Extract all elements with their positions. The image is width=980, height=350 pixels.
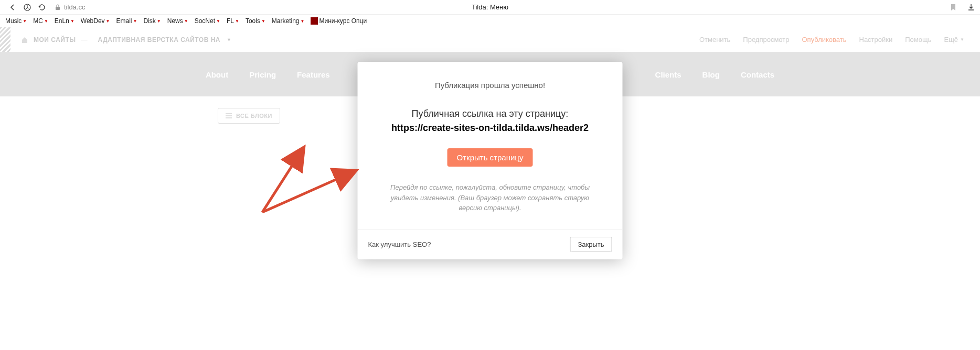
svg-line-3 [262,170,357,212]
downloads-icon[interactable] [967,4,975,11]
nav-link-pricing[interactable]: Pricing [249,70,276,79]
modal-footer: Как улучшить SEO? Закрыть [358,229,623,259]
back-button[interactable] [5,0,20,15]
all-blocks-button[interactable]: ВСЕ БЛОКИ [218,108,280,124]
breadcrumb-separator: — [81,36,88,43]
nav-link-features[interactable]: Features [297,70,330,79]
yandex-home-button[interactable] [20,0,35,15]
bookmark-icon[interactable] [950,4,957,11]
refresh-hint: Перейдя по ссылке, пожалуйста, обновите … [370,182,610,213]
breadcrumb-my-sites[interactable]: МОИ САЙТЫ [34,36,76,43]
close-button[interactable]: Закрыть [570,237,612,252]
bookmark-folder[interactable]: Marketing ▼ [272,17,305,25]
cancel-button[interactable]: Отменить [699,36,730,43]
bookmarks-bar: Music ▼ MC ▼ EnLn ▼ WebDev ▼ Email ▼ Dis… [0,15,980,27]
page-title: Tilda: Меню [472,3,508,11]
bookmark-folder[interactable]: Disk ▼ [143,17,161,25]
settings-button[interactable]: Настройки [859,36,893,43]
tilda-header-bar: МОИ САЙТЫ — АДАПТИВНАЯ ВЕРСТКА САЙТОВ НА… [0,27,980,52]
reload-button[interactable] [35,0,49,15]
bookmark-link[interactable]: Мини-курс Опци [311,17,367,25]
svg-line-2 [262,147,304,212]
preview-button[interactable]: Предпросмотр [743,36,789,43]
more-button[interactable]: Ещё ▼ [944,36,964,43]
lock-icon [55,4,61,10]
browser-toolbar: tilda.cc Tilda: Меню [0,0,980,15]
bookmark-folder[interactable]: SocNet ▼ [195,17,220,25]
site-favicon [311,17,318,25]
nav-link-about[interactable]: About [206,70,228,79]
home-icon[interactable] [21,36,28,43]
svg-rect-1 [56,7,60,10]
success-message: Публикация прошла успешно! [370,81,610,90]
seo-link[interactable]: Как улучшить SEO? [368,240,431,248]
bookmark-folder[interactable]: Email ▼ [116,17,137,25]
header-actions: Отменить Предпросмотр Опубликовать Настр… [699,36,964,43]
list-icon [226,113,232,118]
bookmark-folder[interactable]: Music ▼ [5,17,27,25]
breadcrumb-project[interactable]: АДАПТИВНАЯ ВЕРСТКА САЙТОВ НА [98,36,220,43]
bookmark-folder[interactable]: MC ▼ [33,17,48,25]
all-blocks-label: ВСЕ БЛОКИ [236,113,272,119]
bookmark-folder[interactable]: News ▼ [167,17,188,25]
help-button[interactable]: Помощь [905,36,931,43]
bookmark-folder[interactable]: Tools ▼ [246,17,265,25]
chevron-down-icon[interactable]: ▼ [227,37,231,42]
publish-success-modal: Публикация прошла успешно! Публичная ссы… [358,62,623,259]
nav-link-clients[interactable]: Clients [655,70,681,79]
bookmark-folder[interactable]: WebDev ▼ [81,17,110,25]
bookmark-folder[interactable]: EnLn ▼ [55,17,74,25]
nav-link-blog[interactable]: Blog [702,70,720,79]
address-bar[interactable]: tilda.cc [55,3,85,11]
published-url[interactable]: https://create-sites-on-tilda.tilda.ws/h… [370,123,610,134]
open-page-button[interactable]: Открыть страницу [448,148,533,167]
nav-link-contacts[interactable]: Contacts [741,70,774,79]
decorative-edge [0,27,10,52]
public-link-label: Публичная ссылка на эту страницу: [370,108,610,119]
publish-button[interactable]: Опубликовать [802,36,846,43]
bookmark-folder[interactable]: FL ▼ [227,17,239,25]
url-text: tilda.cc [64,3,85,11]
